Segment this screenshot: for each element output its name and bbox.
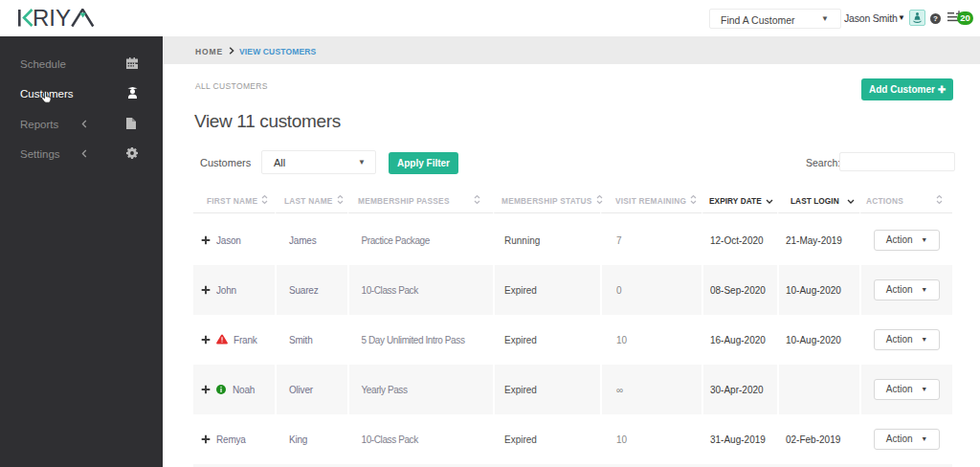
svg-text:RIY: RIY	[33, 9, 71, 30]
